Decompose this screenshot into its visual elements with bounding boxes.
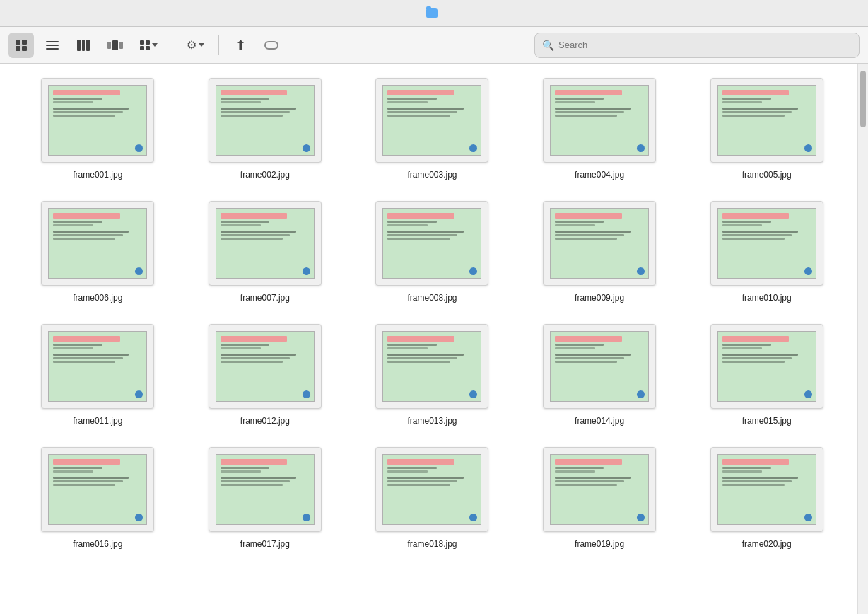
file-thumbnail <box>375 78 488 163</box>
file-item[interactable]: frame017.jpg <box>189 447 342 549</box>
file-name: frame008.jpg <box>407 293 457 303</box>
list-icon <box>46 41 59 50</box>
view-grid-button[interactable] <box>8 33 34 58</box>
file-thumbnail <box>710 324 823 409</box>
file-thumbnail <box>543 201 656 286</box>
file-name: frame009.jpg <box>575 293 624 303</box>
folder-icon <box>426 8 438 18</box>
slide-preview <box>382 331 481 402</box>
chevron-down-icon <box>152 43 158 47</box>
file-name: frame010.jpg <box>742 293 792 303</box>
file-item[interactable]: frame004.jpg <box>523 78 676 180</box>
view-list-button[interactable] <box>40 33 65 58</box>
file-name: frame001.jpg <box>73 170 122 180</box>
view-columns-button[interactable] <box>71 33 96 58</box>
file-thumbnail <box>710 201 823 286</box>
slide-preview <box>48 454 147 525</box>
file-item[interactable]: frame015.jpg <box>690 324 843 426</box>
file-item[interactable]: frame010.jpg <box>690 201 843 303</box>
title-bar <box>0 0 868 27</box>
file-thumbnail <box>41 324 154 409</box>
slide-preview <box>382 208 481 279</box>
window-title <box>426 8 442 18</box>
file-item[interactable]: frame013.jpg <box>356 324 509 426</box>
file-item[interactable]: frame019.jpg <box>523 447 676 549</box>
file-thumbnail <box>41 447 154 532</box>
view-dropdown-button[interactable] <box>134 33 163 58</box>
toolbar-divider-2 <box>218 35 219 55</box>
file-thumbnail <box>209 324 322 409</box>
file-grid-container: frame001.jpg frame002.jpg frame003.jpg f… <box>0 64 857 614</box>
file-item[interactable]: frame020.jpg <box>690 447 843 549</box>
file-name: frame019.jpg <box>575 539 624 549</box>
file-item[interactable]: frame012.jpg <box>189 324 342 426</box>
file-name: frame003.jpg <box>407 170 457 180</box>
scrollbar-thumb[interactable] <box>860 71 866 127</box>
file-item[interactable]: frame001.jpg <box>21 78 175 180</box>
toolbar-divider-1 <box>172 35 172 55</box>
file-thumbnail <box>209 201 322 286</box>
file-name: frame016.jpg <box>73 539 122 549</box>
file-name: frame015.jpg <box>742 416 792 426</box>
file-thumbnail <box>710 78 823 163</box>
search-input[interactable] <box>558 40 852 50</box>
file-item[interactable]: frame009.jpg <box>523 201 676 303</box>
file-thumbnail <box>710 447 823 532</box>
file-item[interactable]: frame003.jpg <box>356 78 509 180</box>
grid-icon <box>16 40 27 51</box>
slide-preview <box>382 454 481 525</box>
file-name: frame020.jpg <box>742 539 792 549</box>
file-thumbnail <box>41 78 154 163</box>
file-name: frame018.jpg <box>407 539 457 549</box>
gear-icon: ⚙ <box>187 38 197 52</box>
file-name: frame013.jpg <box>407 416 457 426</box>
file-item[interactable]: frame014.jpg <box>523 324 676 426</box>
share-icon: ⬆ <box>235 37 246 53</box>
file-thumbnail <box>543 447 656 532</box>
file-name: frame007.jpg <box>240 293 290 303</box>
search-icon: 🔍 <box>542 40 554 51</box>
file-thumbnail <box>543 324 656 409</box>
slide-preview <box>550 454 649 525</box>
share-button[interactable]: ⬆ <box>228 33 253 58</box>
file-name: frame002.jpg <box>240 170 290 180</box>
file-name: frame012.jpg <box>240 416 290 426</box>
file-thumbnail <box>543 78 656 163</box>
slide-preview <box>48 208 147 279</box>
file-item[interactable]: frame018.jpg <box>356 447 509 549</box>
tag-button[interactable] <box>259 33 284 58</box>
file-item[interactable]: frame016.jpg <box>21 447 175 549</box>
slide-preview <box>717 454 816 525</box>
slide-preview <box>48 331 147 402</box>
grid-icon-dropdown <box>140 40 150 50</box>
file-thumbnail <box>209 447 322 532</box>
slide-preview <box>550 85 649 156</box>
file-item[interactable]: frame005.jpg <box>690 78 843 180</box>
file-item[interactable]: frame008.jpg <box>356 201 509 303</box>
slide-preview <box>216 331 315 402</box>
slide-preview <box>216 208 315 279</box>
coverflow-icon <box>107 40 123 51</box>
file-item[interactable]: frame011.jpg <box>21 324 175 426</box>
actions-button[interactable]: ⚙ <box>181 33 210 58</box>
file-name: frame014.jpg <box>575 416 624 426</box>
file-name: frame011.jpg <box>73 416 122 426</box>
file-thumbnail <box>375 324 488 409</box>
file-thumbnail <box>375 201 488 286</box>
file-name: frame006.jpg <box>73 293 122 303</box>
scrollbar-rail[interactable] <box>857 64 868 614</box>
slide-preview <box>48 85 147 156</box>
toolbar: ⚙ ⬆ 🔍 <box>0 27 868 64</box>
file-item[interactable]: frame002.jpg <box>189 78 342 180</box>
columns-icon <box>77 40 90 51</box>
slide-preview <box>550 331 649 402</box>
tag-icon <box>264 41 278 50</box>
file-item[interactable]: frame006.jpg <box>21 201 175 303</box>
search-box[interactable]: 🔍 <box>534 33 860 58</box>
file-name: frame004.jpg <box>575 170 624 180</box>
view-coverflow-button[interactable] <box>102 33 129 58</box>
file-item[interactable]: frame007.jpg <box>189 201 342 303</box>
file-grid: frame001.jpg frame002.jpg frame003.jpg f… <box>21 78 843 549</box>
chevron-down-icon-gear <box>199 43 204 47</box>
slide-preview <box>717 85 816 156</box>
